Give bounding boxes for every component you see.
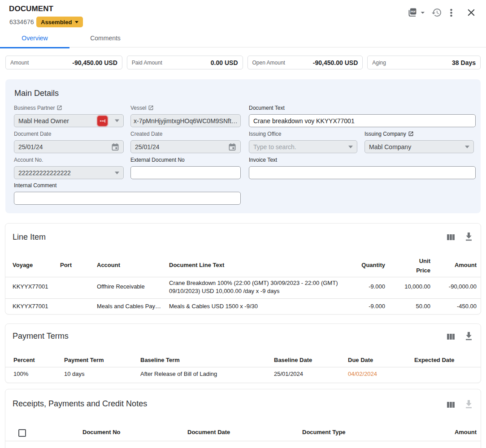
svg-text:PDF: PDF [411, 10, 416, 13]
